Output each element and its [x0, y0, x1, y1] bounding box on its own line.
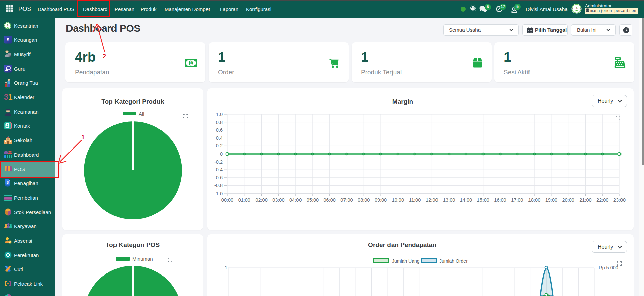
- svg-text:-0.2: -0.2: [214, 159, 223, 165]
- svg-text:02:00: 02:00: [255, 197, 267, 203]
- svg-text:0.6: 0.6: [216, 127, 223, 133]
- svg-text:1: 1: [225, 265, 227, 270]
- svg-text:20:00: 20:00: [562, 197, 574, 203]
- svg-text:22:00: 22:00: [596, 197, 608, 203]
- svg-text:13:00: 13:00: [443, 197, 455, 203]
- svg-text:-0.4: -0.4: [214, 167, 223, 172]
- svg-text:16:00: 16:00: [494, 197, 506, 203]
- svg-text:21:00: 21:00: [579, 197, 591, 203]
- svg-text:15:00: 15:00: [477, 197, 489, 203]
- svg-text:18:00: 18:00: [528, 197, 540, 203]
- svg-text:05:00: 05:00: [307, 197, 319, 203]
- svg-text:03:00: 03:00: [272, 197, 284, 203]
- svg-text:0: 0: [220, 151, 223, 157]
- svg-text:10:00: 10:00: [392, 197, 404, 203]
- svg-text:Rp 5.000: Rp 5.000: [599, 265, 618, 270]
- svg-text:00:00: 00:00: [221, 197, 233, 203]
- svg-text:01:00: 01:00: [238, 197, 250, 203]
- svg-text:1: 1: [190, 61, 192, 66]
- svg-text:06:00: 06:00: [324, 197, 336, 203]
- svg-text:09:00: 09:00: [375, 197, 387, 203]
- svg-text:23:00: 23:00: [613, 197, 626, 203]
- svg-text:0.4: 0.4: [216, 135, 223, 141]
- svg-text:$: $: [7, 37, 9, 42]
- svg-text:-0.6: -0.6: [214, 175, 223, 180]
- svg-text:19:00: 19:00: [545, 197, 557, 203]
- svg-text:08:00: 08:00: [358, 197, 370, 203]
- svg-text:-0.8: -0.8: [214, 183, 223, 188]
- svg-text:11:00: 11:00: [409, 197, 421, 203]
- svg-text:-1.0: -1.0: [214, 191, 223, 196]
- svg-text:17:00: 17:00: [511, 197, 523, 203]
- svg-text:14:00: 14:00: [460, 197, 472, 203]
- svg-text:12:00: 12:00: [426, 197, 438, 203]
- svg-text:07:00: 07:00: [340, 197, 353, 203]
- svg-text:1.0: 1.0: [216, 112, 223, 117]
- svg-text:0.8: 0.8: [216, 120, 223, 125]
- svg-text:04:00: 04:00: [289, 197, 302, 203]
- svg-text:0.2: 0.2: [216, 143, 223, 149]
- svg-text:$: $: [7, 181, 9, 184]
